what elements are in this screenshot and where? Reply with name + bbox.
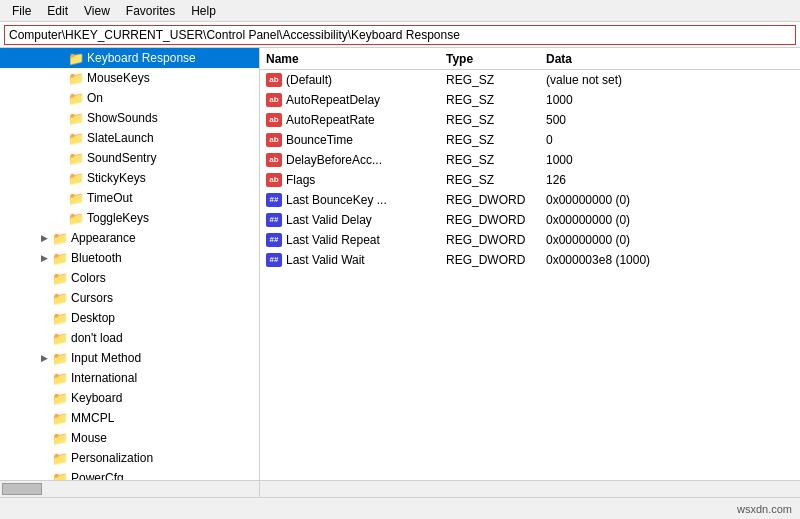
registry-row-flags[interactable]: ab Flags REG_SZ 126 [260,170,800,190]
folder-icon: 📁 [68,191,84,206]
dword-icon: ## [266,233,282,247]
menu-view[interactable]: View [76,2,118,20]
sz-icon: ab [266,173,282,187]
tree-item-colors[interactable]: 📁 Colors [0,268,259,288]
tree-item-keyboard[interactable]: 📁 Keyboard [0,388,259,408]
reg-name-text: DelayBeforeAcc... [286,153,382,167]
reg-name: ab Flags [260,173,440,187]
reg-name-text: Last Valid Repeat [286,233,380,247]
folder-icon: 📁 [52,251,68,266]
tree-item-showsounds[interactable]: 📁 ShowSounds [0,108,259,128]
reg-type: REG_DWORD [440,193,540,207]
tree-item-inputmethod[interactable]: 📁 Input Method [0,348,259,368]
registry-row-lastvalidwait[interactable]: ## Last Valid Wait REG_DWORD 0x000003e8 … [260,250,800,270]
dword-icon: ## [266,193,282,207]
registry-row-default[interactable]: ab (Default) REG_SZ (value not set) [260,70,800,90]
folder-icon: 📁 [52,451,68,466]
sz-icon: ab [266,133,282,147]
registry-row-lastvalidrepeat[interactable]: ## Last Valid Repeat REG_DWORD 0x0000000… [260,230,800,250]
folder-icon: 📁 [52,231,68,246]
reg-data: 0x00000000 (0) [540,193,800,207]
reg-name-text: Flags [286,173,315,187]
reg-type: REG_SZ [440,133,540,147]
registry-row-lastbouncekey[interactable]: ## Last BounceKey ... REG_DWORD 0x000000… [260,190,800,210]
tree-item-togglekeys[interactable]: 📁 ToggleKeys [0,208,259,228]
sz-icon: ab [266,93,282,107]
expand-arrow[interactable] [36,253,52,263]
tree-item-label: Colors [71,271,106,285]
dword-icon: ## [266,253,282,267]
tree-item-label: Keyboard [71,391,122,405]
expand-arrow[interactable] [36,353,52,363]
tree-item-appearance[interactable]: 📁 Appearance [0,228,259,248]
tree-item-cursors[interactable]: 📁 Cursors [0,288,259,308]
tree-item-label: Input Method [71,351,141,365]
reg-type: REG_DWORD [440,253,540,267]
main-area: 📁 Keyboard Response 📁 MouseKeys 📁 On 📁 S… [0,48,800,480]
registry-row-autorepeatrate[interactable]: ab AutoRepeatRate REG_SZ 500 [260,110,800,130]
reg-data: 0x000003e8 (1000) [540,253,800,267]
status-text: wsxdn.com [737,503,792,515]
folder-icon: 📁 [52,351,68,366]
tree-item-label: ToggleKeys [87,211,149,225]
tree-item-international[interactable]: 📁 International [0,368,259,388]
tree-item-timeout[interactable]: 📁 TimeOut [0,188,259,208]
reg-name: ab BounceTime [260,133,440,147]
folder-icon: 📁 [52,411,68,426]
registry-row-autorepeatdelay[interactable]: ab AutoRepeatDelay REG_SZ 1000 [260,90,800,110]
folder-icon: 📁 [52,271,68,286]
sz-icon: ab [266,73,282,87]
reg-name: ## Last Valid Wait [260,253,440,267]
tree-item-personalization[interactable]: 📁 Personalization [0,448,259,468]
reg-type: REG_DWORD [440,213,540,227]
registry-row-lastvaliddelay[interactable]: ## Last Valid Delay REG_DWORD 0x00000000… [260,210,800,230]
folder-icon: 📁 [68,91,84,106]
menu-edit[interactable]: Edit [39,2,76,20]
tree-item-dontload[interactable]: 📁 don't load [0,328,259,348]
reg-type: REG_SZ [440,153,540,167]
tree-item-soundsentry[interactable]: 📁 SoundSentry [0,148,259,168]
tree-item-mouse[interactable]: 📁 Mouse [0,428,259,448]
reg-data: 0 [540,133,800,147]
tree-item-stickykeys[interactable]: 📁 StickyKeys [0,168,259,188]
tree-item-label: don't load [71,331,123,345]
reg-name-text: BounceTime [286,133,353,147]
folder-icon: 📁 [52,291,68,306]
reg-name-text: Last Valid Delay [286,213,372,227]
tree-item-label: SoundSentry [87,151,156,165]
reg-type: REG_DWORD [440,233,540,247]
tree-item-label: MMCPL [71,411,114,425]
tree-item-label: MouseKeys [87,71,150,85]
registry-row-delaybeforeacc[interactable]: ab DelayBeforeAcc... REG_SZ 1000 [260,150,800,170]
expand-arrow[interactable] [36,233,52,243]
tree-item-label: Cursors [71,291,113,305]
reg-data: 0x00000000 (0) [540,233,800,247]
dword-icon: ## [266,213,282,227]
menu-favorites[interactable]: Favorites [118,2,183,20]
tree-item-keyboard-response[interactable]: 📁 Keyboard Response [0,48,259,68]
tree-item-label: Mouse [71,431,107,445]
col-header-name: Name [260,52,440,66]
tree-item-on[interactable]: 📁 On [0,88,259,108]
tree-item-label: Personalization [71,451,153,465]
tree-item-label: SlateLaunch [87,131,154,145]
reg-name-text: Last BounceKey ... [286,193,387,207]
menu-help[interactable]: Help [183,2,224,20]
folder-icon: 📁 [68,171,84,186]
tree-item-powercfg[interactable]: 📁 PowerCfg [0,468,259,480]
tree-item-bluetooth[interactable]: 📁 Bluetooth [0,248,259,268]
tree-item-label: PowerCfg [71,471,124,480]
tree-item-label: Appearance [71,231,136,245]
folder-icon: 📁 [52,391,68,406]
tree-item-mousekeys[interactable]: 📁 MouseKeys [0,68,259,88]
col-header-type: Type [440,52,540,66]
reg-data: 126 [540,173,800,187]
registry-row-bouncetime[interactable]: ab BounceTime REG_SZ 0 [260,130,800,150]
tree-item-slatelaunch[interactable]: 📁 SlateLaunch [0,128,259,148]
tree-item-desktop[interactable]: 📁 Desktop [0,308,259,328]
menu-file[interactable]: File [4,2,39,20]
folder-icon: 📁 [68,51,84,66]
tree-item-mmcpl[interactable]: 📁 MMCPL [0,408,259,428]
address-input[interactable] [4,25,796,45]
folder-icon: 📁 [68,71,84,86]
